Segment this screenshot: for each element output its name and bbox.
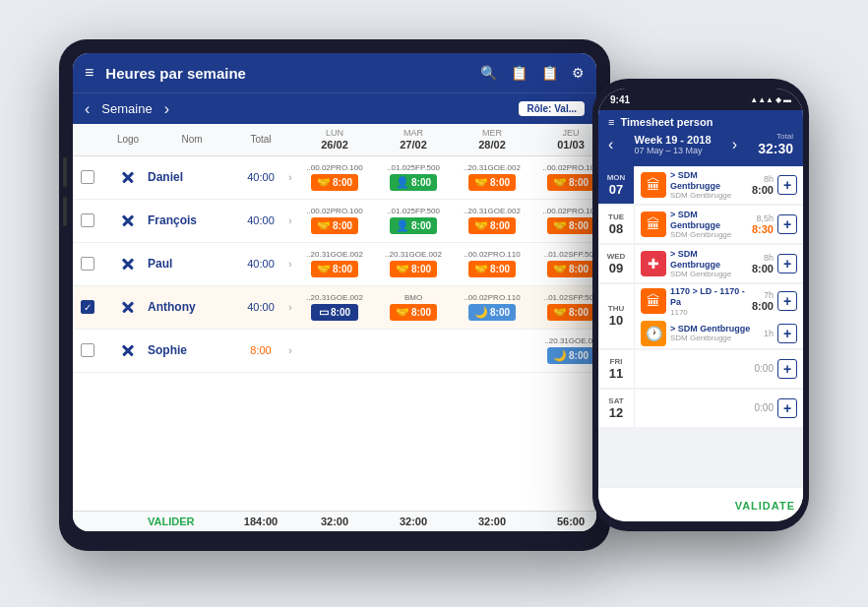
logo-daniel	[108, 165, 148, 189]
phone-header-row1: ≡ Timesheet person	[608, 116, 793, 128]
logo-paul	[108, 252, 148, 275]
entry-name: > SDM Gentbrugge	[670, 249, 748, 271]
entry-hours-label: 1h	[764, 329, 774, 338]
entry-thu-2[interactable]: 🕐 > SDM Gentbrugge SDM Gentbrugge 1h +	[635, 319, 803, 348]
entry-time: 8:00	[752, 300, 774, 312]
day-lun-anthony[interactable]: ..20.31GOE.002 ▭ 8:00	[295, 294, 374, 321]
total-daniel: 40:00	[236, 171, 285, 183]
badge: 🤝 8:00	[390, 304, 437, 321]
day-mer-francois[interactable]: ..20.31GOE.002 🤝 8:00	[453, 208, 531, 234]
table-row: François 40:00 › ..00.02PRO.100 🤝 8:00 .…	[73, 200, 596, 243]
table-row: Paul 40:00 › ..20.31GOE.002 🤝 8:00 ..20.…	[73, 243, 596, 286]
entry-time: 8:30	[752, 223, 774, 235]
entry-info: 1170 > LD - 1170 - Pa 1170	[670, 286, 748, 317]
footer-total-mer: 32:00	[453, 516, 531, 527]
mer-date: 28/02	[453, 139, 531, 152]
phone-validate-button[interactable]: VALIDATE	[735, 500, 795, 512]
row-checkbox-daniel[interactable]	[81, 170, 94, 184]
next-week-button[interactable]: ›	[164, 100, 169, 118]
entry-sub: SDM Gentbrugge	[670, 334, 760, 342]
day-mar-paul[interactable]: ..20.31GOE.002 🤝 8:00	[374, 251, 453, 277]
entry-hours-label: 7h	[752, 290, 774, 300]
volume-down-button[interactable]	[63, 197, 67, 226]
code: ..20.31GOE.002	[464, 208, 521, 216]
badge: 👤 8:00	[390, 217, 437, 234]
entry-sub: SDM Gentbrugge	[670, 270, 748, 278]
day-label-thu: THU 10	[598, 284, 634, 348]
day-mar-anthony[interactable]: BMO 🤝 8:00	[374, 294, 453, 321]
phone-prev-week[interactable]: ‹	[608, 136, 613, 153]
entry-tue-1[interactable]: 🏛 > SDM Gentbrugge SDM Gentbrugge 8,5h 8…	[635, 208, 803, 242]
table-row: ✓ Anthony 40:00 › ..20.31GOE.002 ▭ 8:00 …	[73, 286, 596, 330]
total-francois: 40:00	[236, 214, 285, 226]
search-icon[interactable]: 🔍	[480, 65, 497, 81]
day-jeu-francois[interactable]: ..00.02PRO.100 🤝 8:00	[531, 208, 596, 234]
copy-icon[interactable]: 📋	[511, 65, 527, 81]
menu-icon[interactable]: ≡	[85, 64, 93, 82]
day-mer-daniel[interactable]: ..20.31GOE.002 🤝 8:00	[453, 164, 531, 191]
day-num-thu: 10	[609, 313, 623, 328]
day-num-wed: 09	[609, 261, 623, 275]
entry-thu-1[interactable]: 🏛 1170 > LD - 1170 - Pa 1170 7h 8:00 +	[635, 284, 803, 319]
entry-hours-label: 8h	[752, 174, 774, 184]
tablet-header: ≡ Heures par semaine 🔍 📋 📋 ⚙	[73, 53, 596, 92]
day-jeu-anthony[interactable]: ..01.02SFP.500 🤝 8:00	[531, 294, 596, 321]
day-num-fri: 11	[609, 366, 623, 381]
add-entry-button[interactable]: +	[777, 359, 797, 379]
settings-icon[interactable]: ⚙	[572, 65, 585, 81]
logo-header: Logo	[108, 134, 148, 146]
tablet-device: ≡ Heures par semaine 🔍 📋 📋 ⚙ ‹ Semaine ›…	[59, 39, 610, 551]
mer-label: MER	[453, 128, 531, 139]
name-daniel: Daniel	[148, 170, 236, 184]
entries-tue: 🏛 > SDM Gentbrugge SDM Gentbrugge 8,5h 8…	[634, 206, 803, 243]
phone-next-week[interactable]: ›	[732, 136, 737, 153]
table-header-row: Logo Nom Total LUN 26/02 MAR 27/02 MER 2…	[73, 124, 596, 156]
entry-mon-1[interactable]: 🏛 > SDM Gentbrugge SDM Gentbrugge 8h 8:0…	[635, 168, 803, 203]
entry-name: 1170 > LD - 1170 - Pa	[670, 286, 748, 308]
total-anthony: 40:00	[236, 301, 285, 313]
entry-wed-1[interactable]: ✚ > SDM Gentbrugge SDM Gentbrugge 8h 8:0…	[635, 247, 803, 281]
add-entry-button[interactable]: +	[777, 254, 797, 273]
add-entry-button[interactable]: +	[777, 175, 797, 195]
row-checkbox-paul[interactable]	[81, 257, 94, 271]
day-jeu-sophie[interactable]: ..20.31GOE.00 🌙 8:00	[531, 337, 596, 364]
mar-label: MAR	[374, 128, 453, 139]
jeu-header: JEU 01/03	[531, 128, 596, 152]
badge: 🤝 8:00	[311, 217, 358, 234]
row-checkbox-francois[interactable]	[81, 213, 94, 227]
add-entry-button[interactable]: +	[777, 324, 797, 343]
entry-icon-building: 🏛	[641, 288, 666, 314]
add-entry-button[interactable]: +	[777, 214, 797, 234]
day-mar-daniel[interactable]: ..01.025FP.500 👤 8:00	[374, 164, 453, 191]
day-mar-francois[interactable]: ..01.025FP.500 👤 8:00	[374, 208, 453, 234]
prev-week-button[interactable]: ‹	[85, 100, 90, 118]
phone-time: 9:41	[610, 94, 630, 105]
week-label: Semaine	[101, 101, 152, 116]
day-lun-daniel[interactable]: ..00.02PRO.100 🤝 8:00	[295, 164, 374, 191]
day-label-sat: SAT 12	[598, 390, 634, 427]
code: ..00.02PRO.110	[464, 294, 520, 303]
validate-label[interactable]: VALIDER	[148, 516, 236, 527]
day-abbr-tue: TUE	[608, 212, 624, 221]
day-mer-anthony[interactable]: ..00.02PRO.110 🌙 8:00	[453, 294, 531, 321]
day-jeu-paul[interactable]: ..01.02SFP.500 🤝 8:00	[531, 251, 596, 277]
entries-sat: 0:00 +	[634, 390, 803, 427]
day-mer-paul[interactable]: ..00.02PRO.110 🤝 8:00	[453, 251, 531, 277]
arrow-daniel: ›	[285, 172, 295, 183]
row-checkbox-sophie[interactable]	[81, 343, 94, 357]
add-entry-button[interactable]: +	[777, 398, 797, 418]
day-jeu-daniel[interactable]: ..00.02PRO.100 🤝 8:00	[531, 164, 596, 191]
day-lun-francois[interactable]: ..00.02PRO.100 🤝 8:00	[295, 208, 374, 234]
list-item: WED 09 ✚ > SDM Gentbrugge SDM Gentbrugge…	[598, 245, 803, 282]
clipboard-icon[interactable]: 📋	[541, 65, 558, 81]
day-lun-paul[interactable]: ..20.31GOE.002 🤝 8:00	[295, 251, 374, 277]
entry-hours-label: 8,5h	[752, 213, 774, 223]
code: ..20.31GOE.002	[385, 251, 442, 260]
row-checkbox-anthony[interactable]: ✓	[81, 300, 94, 314]
validate-button[interactable]: Rôle: Val...	[519, 101, 585, 116]
volume-up-button[interactable]	[63, 157, 67, 187]
add-entry-button[interactable]: +	[777, 291, 797, 311]
name-paul: Paul	[148, 257, 236, 271]
phone-menu-icon[interactable]: ≡	[608, 116, 614, 128]
badge: ▭ 8:00	[311, 304, 358, 321]
